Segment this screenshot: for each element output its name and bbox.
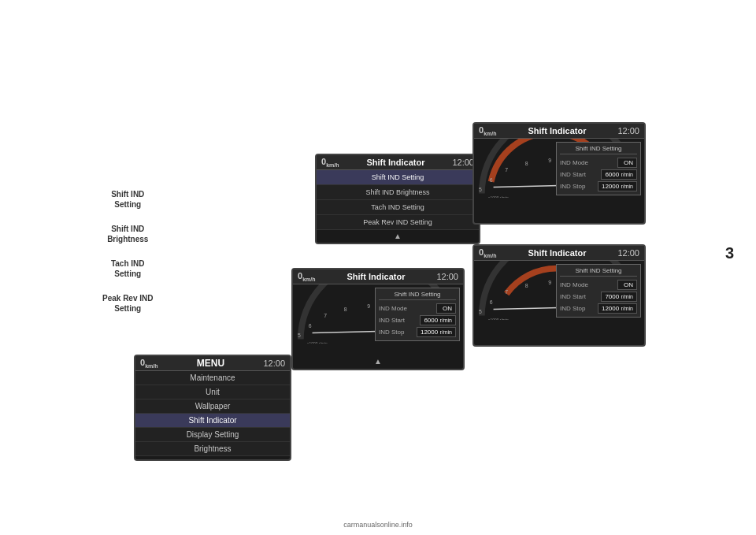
shift-menu-title: Shift Indicator — [366, 158, 424, 167]
shift-menu-item-setting[interactable]: Shift IND Setting — [317, 170, 479, 185]
svg-text:×1000 r/min: ×1000 r/min — [488, 196, 509, 198]
tach-bl-ind-mode-row: IND Mode ON — [379, 303, 456, 314]
sidebar-labels: Shift INDSetting Shift INDBrightness Tac… — [102, 189, 153, 314]
sidebar-label-peak-rev-setting: Peak Rev INDSetting — [102, 293, 153, 314]
tach-tr2-ind-start-row: IND Start 7000 r/min — [560, 291, 637, 303]
svg-text:×1000 r/min: ×1000 r/min — [488, 318, 509, 320]
tach-tr1-ind-mode-value[interactable]: ON — [617, 158, 637, 168]
tach-screen-tr1: 0km/h Shift Indicator 12:00 5 6 7 8 9 10… — [472, 122, 646, 225]
menu-item-shift-indicator[interactable]: Shift Indicator — [135, 414, 290, 428]
tach-tr2-ind-stop-value[interactable]: 12000 r/min — [598, 303, 637, 314]
tach-tr1-speed: 0km/h — [479, 125, 496, 136]
tach-bl-ind-mode-label: IND Mode — [379, 305, 407, 312]
svg-text:9: 9 — [548, 158, 551, 163]
tach-bl-header: 0km/h Shift Indicator 12:00 — [293, 269, 463, 284]
svg-text:8: 8 — [525, 161, 528, 166]
tach-tr2-title: Shift Indicator — [528, 248, 586, 258]
svg-text:6: 6 — [309, 323, 312, 329]
tach-tr2-ind-start-value[interactable]: 7000 r/min — [601, 292, 637, 302]
tach-screen-tr2: 0km/h Shift Indicator 12:00 5 6 7 8 9 10… — [472, 244, 646, 347]
shift-menu-arrow: ▲ — [317, 230, 479, 242]
svg-line-21 — [494, 186, 559, 188]
svg-text:8: 8 — [525, 283, 528, 288]
svg-text:5: 5 — [298, 333, 301, 339]
tach-tr2-ind-start-label: IND Start — [560, 293, 586, 300]
tach-tr1-ind-mode-row: IND Mode ON — [560, 157, 637, 169]
tach-bl-ind-panel-title: Shift IND Setting — [379, 291, 456, 300]
menu-item-brightness[interactable]: Brightness — [135, 442, 290, 456]
tach-tr1-ind-start-value[interactable]: 6000 r/min — [601, 169, 637, 180]
menu-screen-header: 0km/h MENU 12:00 — [135, 356, 290, 371]
tach-tr1-header: 0km/h Shift Indicator 12:00 — [474, 124, 644, 139]
svg-line-32 — [494, 308, 559, 310]
tach-tr1-ind-stop-row: IND Stop 12000 r/min — [560, 180, 637, 192]
tach-tr2-ind-panel: Shift IND Setting IND Mode ON IND Start … — [556, 264, 641, 318]
tach-tr1-title: Shift Indicator — [528, 126, 586, 136]
shift-indicator-menu-header: 0km/h Shift Indicator 12:00 — [317, 155, 479, 170]
tach-bl-ind-panel: Shift IND Setting IND Mode ON IND Start … — [375, 288, 460, 341]
menu-item-display-setting[interactable]: Display Setting — [135, 428, 290, 442]
tach-tr2-ind-stop-row: IND Stop 12000 r/min — [560, 303, 637, 314]
tach-tr2-ind-stop-label: IND Stop — [560, 305, 585, 312]
tach-tr1-time: 12:00 — [617, 126, 639, 136]
tach-tr1-ind-panel: Shift IND Setting IND Mode ON IND Start … — [556, 142, 641, 195]
tach-bl-title: Shift Indicator — [346, 272, 405, 281]
menu-screen: 0km/h MENU 12:00 Maintenance Unit Wallpa… — [134, 355, 291, 461]
svg-text:5: 5 — [479, 188, 482, 193]
tach-bl-speed: 0km/h — [298, 271, 315, 282]
shift-menu-item-brightness[interactable]: Shift IND Brightness — [317, 185, 479, 200]
shift-menu-speed: 0km/h — [321, 157, 339, 168]
watermark: carmanualsonline.info — [0, 521, 756, 529]
shift-menu-item-peak[interactable]: Peak Rev IND Setting — [317, 215, 479, 230]
menu-time: 12:00 — [263, 359, 285, 368]
svg-text:6: 6 — [490, 299, 493, 305]
tach-tr2-time: 12:00 — [617, 248, 639, 258]
menu-title: MENU — [197, 358, 224, 369]
shift-menu-list: Shift IND Setting Shift IND Brightness T… — [317, 170, 479, 230]
svg-text:5: 5 — [479, 310, 482, 315]
shift-indicator-menu-screen: 0km/h Shift Indicator 12:00 Shift IND Se… — [315, 154, 480, 244]
svg-text:7: 7 — [324, 313, 327, 318]
tach-bl-ind-start-label: IND Start — [379, 317, 405, 324]
tach-bl-ind-stop-label: IND Stop — [379, 329, 404, 336]
tach-tr1-ind-start-label: IND Start — [560, 171, 586, 178]
sidebar-label-tach-ind-setting: Tach INDSetting — [102, 258, 153, 279]
svg-text:8: 8 — [344, 307, 347, 312]
tach-screen-bottom-left: 0km/h Shift Indicator 12:00 5 6 7 8 9 10… — [291, 268, 465, 370]
tach-tr2-header: 0km/h Shift Indicator 12:00 — [474, 246, 644, 261]
tach-tr2-ind-mode-value[interactable]: ON — [617, 280, 637, 290]
shift-menu-time: 12:00 — [452, 158, 474, 167]
tach-tr1-ind-stop-label: IND Stop — [560, 183, 585, 190]
tach-bl-ind-mode-value[interactable]: ON — [436, 303, 456, 314]
tach-bl-arrow-up[interactable]: ▲ — [374, 357, 382, 366]
tach-bl-time: 12:00 — [436, 272, 458, 281]
tach-bl-ind-stop-row: IND Stop 12000 r/min — [379, 326, 456, 338]
tach-tr2-ind-mode-label: IND Mode — [560, 281, 588, 288]
tach-bl-ind-stop-value[interactable]: 12000 r/min — [417, 327, 456, 337]
tach-tr1-ind-start-row: IND Start 6000 r/min — [560, 169, 637, 180]
menu-item-unit[interactable]: Unit — [135, 385, 290, 399]
shift-menu-item-tach[interactable]: Tach IND Setting — [317, 200, 479, 215]
svg-text:×1000 r/min: ×1000 r/min — [307, 342, 328, 344]
tach-bl-ind-start-row: IND Start 6000 r/min — [379, 314, 456, 326]
tach-tr2-ind-mode-row: IND Mode ON — [560, 279, 637, 291]
svg-text:9: 9 — [367, 303, 370, 309]
tach-tr1-ind-panel-title: Shift IND Setting — [560, 145, 637, 154]
menu-item-wallpaper[interactable]: Wallpaper — [135, 399, 290, 414]
tach-tr2-ind-panel-title: Shift IND Setting — [560, 267, 637, 277]
tach-bl-ind-start-value[interactable]: 6000 r/min — [420, 315, 456, 325]
sidebar-label-shift-ind-setting: Shift INDSetting — [102, 189, 153, 210]
tach-tr1-ind-stop-value[interactable]: 12000 r/min — [598, 181, 637, 191]
sidebar-label-shift-ind-brightness: Shift INDBrightness — [102, 224, 153, 244]
menu-list: Maintenance Unit Wallpaper Shift Indicat… — [135, 371, 290, 456]
svg-text:7: 7 — [505, 289, 508, 295]
svg-line-10 — [313, 332, 378, 333]
tach-tr2-speed: 0km/h — [479, 247, 496, 258]
menu-item-maintenance[interactable]: Maintenance — [135, 371, 290, 385]
tach-tr1-ind-mode-label: IND Mode — [560, 159, 588, 166]
page-number: 3 — [725, 244, 734, 262]
svg-text:7: 7 — [505, 167, 508, 173]
menu-speed: 0km/h — [140, 358, 158, 369]
svg-text:9: 9 — [548, 280, 551, 285]
svg-text:6: 6 — [490, 177, 493, 183]
